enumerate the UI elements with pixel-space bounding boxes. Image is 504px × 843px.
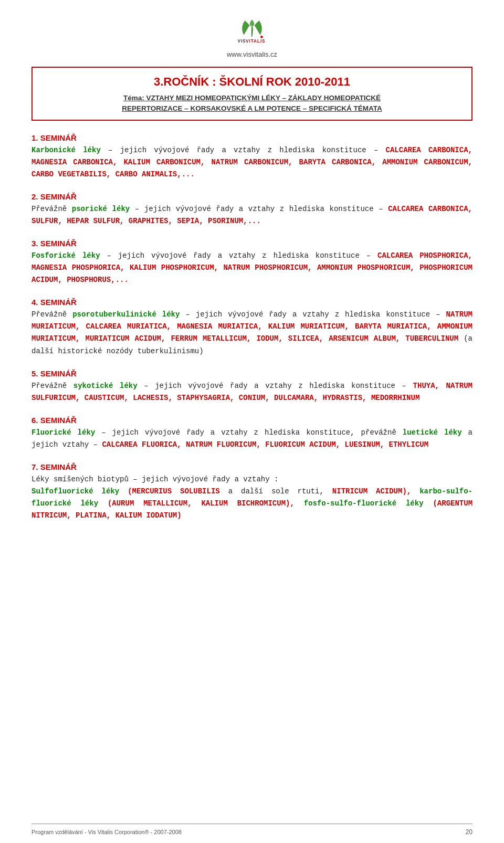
seminar-6-keyword2: luetické léky	[403, 428, 462, 437]
page-wrapper: VIS VITALIS www.visvitalis.cz 3.ROČNÍK :…	[0, 0, 504, 843]
footer-page: 20	[466, 828, 472, 836]
seminar-2-body: Převážně psorické léky – jejich vývojové…	[32, 203, 472, 227]
seminar-7-sulfofluoricke: Sulfofluorické léky	[32, 487, 119, 496]
seminar-2-keyword: psorické léky	[72, 205, 130, 213]
seminar-4-keyword: psorotuberkulinické léky	[72, 310, 180, 319]
visvitalis-logo: VIS VITALIS	[234, 16, 270, 45]
seminar-3-body: Fosforické léky – jejich vývojové řady a…	[32, 250, 472, 286]
header-box: 3.ROČNÍK : ŠKOLNÍ ROK 2010-2011 Téma: VZ…	[32, 67, 472, 121]
seminar-5-body: Převážně sykotické léky – jejich vývojov…	[32, 380, 472, 404]
seminar-4-heading: 4. SEMINÁŘ	[32, 298, 472, 307]
seminar-7-heading: 7. SEMINÁŘ	[32, 462, 472, 471]
seminar-7-nitricum: NITRICUM ACIDUM),	[332, 487, 411, 496]
footer: Program vzdělávání - Vis Vitalis Corpora…	[0, 824, 504, 843]
seminar-7-body: Léky smíšených biotypů – jejich vývojové…	[32, 473, 472, 522]
seminar-4: 4. SEMINÁŘ Převážně psorotuberkulinické …	[32, 298, 472, 357]
header-subtitle: Téma: VZTAHY MEZI HOMEOPATICKÝMI LÉKY – …	[42, 93, 462, 114]
seminar-3: 3. SEMINÁŘ Fosforické léky – jejich vývo…	[32, 239, 472, 286]
seminar-5-keyword: sykotické léky	[74, 382, 138, 390]
seminar-3-keyword: Fosforické léky	[32, 251, 100, 260]
seminar-6-heading: 6. SEMINÁŘ	[32, 416, 472, 425]
seminar-2: 2. SEMINÁŘ Převážně psorické léky – jeji…	[32, 192, 472, 227]
svg-point-0	[260, 36, 263, 38]
seminar-2-heading: 2. SEMINÁŘ	[32, 192, 472, 201]
seminar-1: 1. SEMINÁŘ Karbonické léky – jejich vývo…	[32, 133, 472, 181]
seminar-7-aurum: (AURUM METALLICUM, KALIUM BICHROMICUM),	[108, 499, 295, 508]
seminar-6-keyword1: Fluorické léky	[32, 428, 95, 437]
seminar-5: 5. SEMINÁŘ Převážně sykotické léky – jej…	[32, 369, 472, 404]
seminar-3-heading: 3. SEMINÁŘ	[32, 239, 472, 248]
footer-divider	[32, 824, 472, 824]
footer-left: Program vzdělávání - Vis Vitalis Corpora…	[32, 829, 182, 835]
seminar-1-body: Karbonické léky – jejich vývojové řady a…	[32, 144, 472, 181]
seminar-1-heading: 1. SEMINÁŘ	[32, 133, 472, 142]
seminar-6-drugs: CALCAREA FLUORICA, NATRUM FLUORICUM, FLU…	[102, 440, 428, 449]
seminar-6-body: Fluorické léky – jejich vývojové řady a …	[32, 427, 472, 451]
seminar-4-body: Převážně psorotuberkulinické léky – jeji…	[32, 309, 472, 357]
header-title: 3.ROČNÍK : ŠKOLNÍ ROK 2010-2011	[42, 75, 462, 89]
logo-area: VIS VITALIS	[32, 16, 472, 47]
footer-content: Program vzdělávání - Vis Vitalis Corpora…	[32, 828, 472, 836]
seminar-5-heading: 5. SEMINÁŘ	[32, 369, 472, 378]
seminar-6: 6. SEMINÁŘ Fluorické léky – jejich vývoj…	[32, 416, 472, 451]
seminar-7: 7. SEMINÁŘ Léky smíšených biotypů – jeji…	[32, 462, 472, 522]
seminar-1-keyword: Karbonické léky	[32, 146, 101, 154]
website-url: www.visvitalis.cz	[32, 50, 472, 58]
seminar-7-fosfo: fosfo-sulfo-fluorické léky	[304, 499, 424, 508]
seminar-7-mercurius: (MERCURIUS SOLUBILIS	[128, 487, 220, 496]
svg-text:VITALIS: VITALIS	[246, 39, 265, 44]
svg-text:VIS: VIS	[238, 39, 246, 44]
